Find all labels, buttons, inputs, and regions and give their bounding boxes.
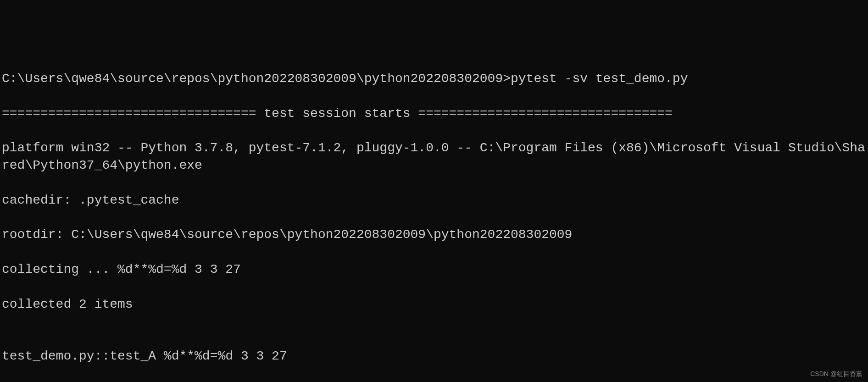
collected-info: collected 2 items [2,296,866,313]
terminal-prompt-command[interactable]: C:\Users\qwe84\source\repos\python202208… [2,70,866,88]
cachedir-info: cachedir: .pytest_cache [2,192,866,209]
collecting-info: collecting ... %d**%d=%d 3 3 27 [2,261,866,278]
rootdir-info: rootdir: C:\Users\qwe84\source\repos\pyt… [2,226,866,244]
watermark: CSDN @红目香薰 [810,370,862,378]
platform-info: platform win32 -- Python 3.7.8, pytest-7… [2,139,866,174]
session-header: ================================= test s… [2,105,866,122]
test-a-line: test_demo.py::test_A %d**%d=%d 3 3 27 [2,348,866,365]
